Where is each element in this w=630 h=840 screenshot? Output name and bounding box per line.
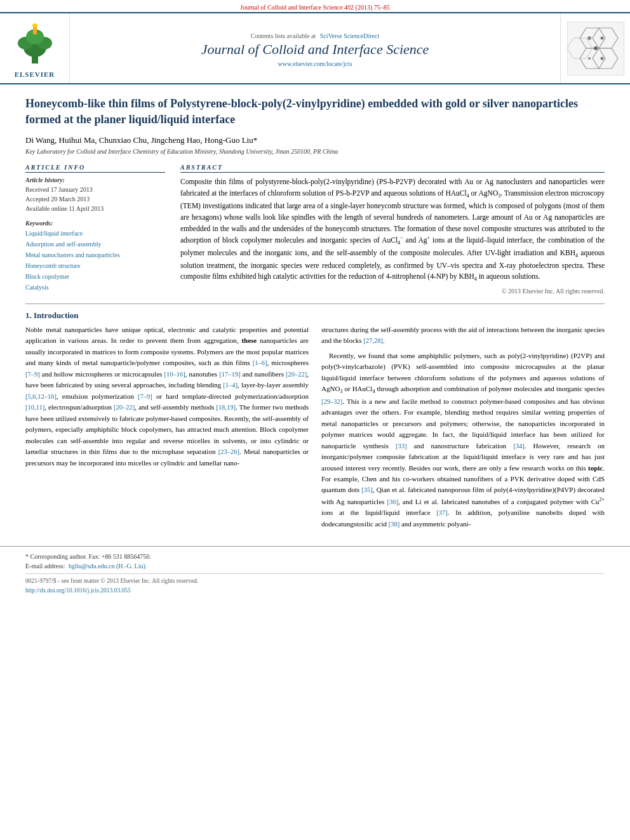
- abstract-heading: Abstract: [180, 164, 605, 173]
- body-two-col: Noble metal nanoparticles have unique op…: [25, 324, 605, 533]
- keyword-5: Block copolymer: [25, 271, 165, 282]
- ref-7-9: [7–9]: [25, 371, 40, 378]
- issn-line: 0021-9797/$ - see front matter © 2013 El…: [25, 577, 605, 585]
- ref-1-4b: [1–4]: [223, 382, 238, 389]
- ref-20-22b: [20–22]: [114, 404, 135, 411]
- section-divider: [25, 303, 605, 304]
- keyword-1: Liquid/liquid interface: [25, 228, 165, 239]
- email-label: E-mail address:: [25, 563, 65, 570]
- header-graph: [560, 13, 630, 83]
- doi-link[interactable]: http://dx.doi.org/10.1016/j.jcis.2013.03…: [25, 587, 131, 594]
- ref-35: [35]: [361, 486, 373, 493]
- keyword-3: Metal nanoclusters and nanoparticles: [25, 250, 165, 260]
- copyright-text: © 2013 Elsevier Inc. All rights reserved…: [180, 288, 605, 295]
- intro-para-3: Recently, we found that some amphiphilic…: [321, 350, 605, 530]
- top-bar: Journal of Colloid and Interface Science…: [0, 0, 630, 13]
- ref-23-26: [23–26]: [218, 448, 239, 455]
- intro-para-1: Noble metal nanoparticles have unique op…: [25, 324, 309, 469]
- ref-17-19: [17–19]: [219, 371, 240, 378]
- header-area: ELSEVIER Contents lists available at Sci…: [0, 13, 630, 84]
- header-chart-icon: [567, 22, 624, 76]
- main-content: Honeycomb-like thin films of Polystyrene…: [0, 84, 630, 540]
- journal-ref: Journal of Colloid and Interface Science…: [240, 4, 390, 11]
- elsevier-tree-icon: [13, 19, 57, 67]
- svg-point-14: [600, 36, 603, 39]
- article-info-col: Article Info Article history: Received 1…: [25, 164, 165, 295]
- header-center: Contents lists available at SciVerse Sci…: [70, 13, 560, 83]
- article-info-heading: Article Info: [25, 164, 165, 173]
- ref-27-28: [27,28]: [363, 337, 383, 344]
- intro-heading: 1. Introduction: [25, 310, 605, 321]
- ref-29-32: [29–32]: [321, 398, 342, 405]
- abstract-col: Abstract Composite thin films of polysty…: [180, 164, 605, 295]
- ref-7-9b: [7–9]: [138, 393, 152, 400]
- ref-10-11: [10,11]: [25, 404, 44, 411]
- body-col-left: Noble metal nanoparticles have unique op…: [25, 324, 309, 533]
- keywords-list: Liquid/liquid interface Adsorption and s…: [25, 228, 165, 293]
- elsevier-text: ELSEVIER: [13, 70, 57, 78]
- authors-text: Di Wang, Huihui Ma, Chunxiao Chu, Jingch…: [25, 135, 257, 145]
- corresponding-author-note: * Corresponding author. Fax: +86 531 885…: [25, 553, 605, 560]
- footer-bottom: 0021-9797/$ - see front matter © 2013 El…: [25, 573, 605, 595]
- received-date: Received 17 January 2013 Accepted 20 Mar…: [25, 185, 165, 213]
- elsevier-logo: ELSEVIER: [13, 19, 57, 78]
- body-col-right: structures during the self-assembly proc…: [321, 324, 605, 533]
- svg-point-15: [594, 46, 598, 50]
- email-line: E-mail address: hgliu@sdu.edu.cn (H.-G. …: [25, 563, 605, 570]
- ref-36: [36]: [387, 498, 398, 505]
- footer-area: * Corresponding author. Fax: +86 531 885…: [0, 546, 630, 597]
- page-wrapper: Journal of Colloid and Interface Science…: [0, 0, 630, 597]
- history-label: Article history:: [25, 177, 165, 183]
- info-abstract-section: Article Info Article history: Received 1…: [25, 164, 605, 295]
- ref-10-16: [10–16]: [164, 371, 185, 378]
- keywords-label: Keywords:: [25, 220, 165, 227]
- corr-note-text: * Corresponding author. Fax: +86 531 885…: [25, 553, 151, 560]
- ref-1-6: [1–6]: [253, 359, 267, 366]
- svg-point-16: [588, 57, 591, 60]
- intro-para-2: structures during the self-assembly proc…: [321, 324, 605, 347]
- svg-point-17: [600, 57, 603, 60]
- elsevier-logo-area: ELSEVIER: [0, 13, 70, 83]
- ref-34: [34]: [513, 443, 525, 450]
- article-title: Honeycomb-like thin films of Polystyrene…: [25, 96, 605, 128]
- sciverse-prefix: Contents lists available at: [251, 32, 316, 39]
- journal-title: Journal of Colloid and Interface Science: [201, 41, 429, 58]
- ref-18-19: [18,19]: [216, 404, 236, 411]
- keyword-6: Catalysis: [25, 282, 165, 293]
- ref-38: [38]: [389, 521, 400, 528]
- ref-33: [33]: [396, 443, 407, 450]
- ref-20-22: [20–22]: [286, 371, 307, 378]
- ref-5-16: [5,6,12–16]: [25, 393, 57, 400]
- affiliation-text: Key Laboratory for Colloid and Interface…: [25, 148, 605, 155]
- journal-url[interactable]: www.elsevier.com/locate/jcis: [278, 60, 352, 67]
- abstract-text: Composite thin films of polystyrene-bloc…: [180, 177, 605, 284]
- sciverse-line: Contents lists available at SciVerse Sci…: [251, 32, 380, 39]
- authors-line: Di Wang, Huihui Ma, Chunxiao Chu, Jingch…: [25, 135, 605, 145]
- svg-point-13: [587, 36, 591, 40]
- svg-point-6: [32, 23, 37, 27]
- keyword-4: Honeycomb structure: [25, 260, 165, 271]
- doi-line[interactable]: http://dx.doi.org/10.1016/j.jcis.2013.03…: [25, 586, 605, 595]
- ref-37: [37]: [436, 509, 448, 516]
- keyword-2: Adsorption and self-assembly: [25, 239, 165, 250]
- sciverse-link[interactable]: SciVerse ScienceDirect: [320, 32, 380, 39]
- email-address: hgliu@sdu.edu.cn (H.-G. Liu).: [69, 563, 147, 570]
